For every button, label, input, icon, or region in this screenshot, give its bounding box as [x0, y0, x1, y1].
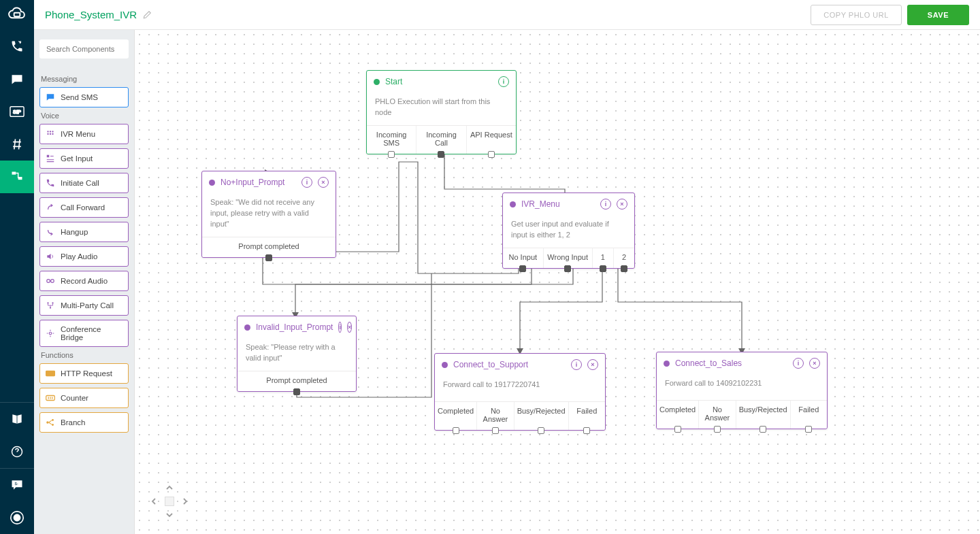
status-dot	[374, 79, 380, 85]
node-start[interactable]: Start i PHLO Execution will start from t…	[366, 70, 517, 154]
close-icon[interactable]: ×	[587, 359, 598, 370]
component-http-request[interactable]: HTTP Request	[39, 363, 129, 384]
svg-text:SIP: SIP	[13, 109, 21, 115]
svg-rect-22	[46, 371, 55, 376]
component-ivr-menu[interactable]: IVR Menu	[39, 124, 129, 144]
search-input[interactable]	[39, 39, 129, 59]
component-branch[interactable]: Branch	[39, 412, 129, 433]
pan-left-icon[interactable]	[147, 495, 161, 508]
component-multi-party[interactable]: Multi-Party Call	[39, 295, 129, 316]
output-no-answer[interactable]: No Answer	[699, 401, 736, 429]
info-icon[interactable]: i	[600, 199, 611, 210]
output-1[interactable]: 1	[593, 248, 614, 268]
svg-point-25	[52, 419, 54, 421]
section-messaging-label: Messaging	[41, 75, 129, 83]
node-ivr-menu[interactable]: IVR_Menu i × Get user input and evaluate…	[502, 193, 635, 269]
multi-party-icon	[46, 301, 55, 310]
output-no-input[interactable]: No Input	[503, 248, 544, 268]
info-icon[interactable]: i	[498, 76, 509, 87]
nav-flow-builder[interactable]	[0, 161, 34, 193]
status-dot	[664, 361, 670, 367]
volume-icon	[46, 252, 55, 261]
svg-point-17	[51, 280, 54, 283]
nav-sip[interactable]: SIP	[0, 95, 34, 128]
info-icon[interactable]: i	[301, 177, 312, 188]
svg-point-14	[52, 133, 53, 135]
output-completed[interactable]: Completed	[435, 402, 477, 430]
canvas[interactable]: Start i PHLO Execution will start from t…	[135, 30, 980, 534]
output-wrong-input[interactable]: Wrong Input	[544, 248, 593, 268]
node-no-input-prompt[interactable]: No+Input_Prompt i × Speak: "We did not r…	[201, 171, 336, 258]
canvas-nav	[147, 481, 192, 522]
info-icon[interactable]: i	[793, 358, 804, 369]
section-voice-label: Voice	[41, 112, 129, 120]
output-incoming-call[interactable]: Incoming Call	[416, 126, 466, 154]
svg-rect-3	[12, 172, 16, 175]
status-dot	[510, 201, 516, 207]
component-label: Call Forward	[61, 203, 105, 212]
component-label: Record Audio	[61, 277, 108, 285]
dialpad-icon	[46, 129, 55, 139]
component-get-input[interactable]: Get Input	[39, 148, 129, 169]
component-initiate-call[interactable]: Initiate Call	[39, 173, 129, 193]
nav-calls[interactable]	[0, 30, 34, 63]
status-dot	[209, 180, 215, 186]
pan-down-icon[interactable]	[163, 508, 176, 522]
info-icon[interactable]: i	[571, 359, 582, 370]
pan-center[interactable]	[165, 497, 174, 506]
component-call-forward[interactable]: Call Forward	[39, 197, 129, 218]
component-label: HTTP Request	[61, 369, 112, 378]
save-button[interactable]: SAVE	[907, 5, 969, 25]
output-busy-rejected[interactable]: Busy/Rejected	[736, 401, 791, 429]
node-connect-to-sales[interactable]: Connect_to_Sales i × Forward call to 140…	[656, 352, 828, 429]
nav-numbers[interactable]	[0, 128, 34, 161]
node-description: Speak: "Please retry with a valid input"	[238, 337, 356, 371]
nav-rail: SIP $-	[0, 0, 34, 534]
output-completed[interactable]: Completed	[657, 401, 699, 429]
nav-messages[interactable]	[0, 63, 34, 95]
phone-icon	[46, 178, 55, 188]
pan-right-icon[interactable]	[178, 495, 192, 508]
output-prompt-completed[interactable]: Prompt completed	[202, 237, 336, 257]
node-connect-to-support[interactable]: Connect_to_Support i × Forward call to 1…	[434, 353, 606, 431]
svg-point-24	[46, 421, 49, 424]
svg-rect-0	[14, 13, 20, 16]
node-description: Forward call to 14092102231	[657, 373, 827, 400]
node-title: Invalid_Input_Prompt	[256, 322, 333, 332]
output-prompt-completed[interactable]: Prompt completed	[238, 371, 356, 391]
nav-docs[interactable]	[0, 403, 34, 435]
sms-icon	[46, 93, 55, 102]
close-icon[interactable]: ×	[318, 177, 329, 188]
close-icon[interactable]: ×	[809, 358, 820, 369]
close-icon[interactable]: ×	[347, 322, 352, 333]
output-incoming-sms[interactable]: Incoming SMS	[367, 126, 416, 154]
info-icon[interactable]: i	[338, 322, 342, 333]
http-icon	[46, 369, 55, 378]
output-2[interactable]: 2	[614, 248, 634, 268]
component-record-audio[interactable]: Record Audio	[39, 271, 129, 291]
node-title: Connect_to_Support	[453, 360, 566, 369]
nav-account[interactable]	[0, 501, 34, 534]
component-hangup[interactable]: Hangup	[39, 222, 129, 242]
output-no-answer[interactable]: No Answer	[477, 402, 514, 430]
output-failed[interactable]: Failed	[791, 401, 827, 429]
header: Phone_System_IVR COPY PHLO URL SAVE	[34, 0, 980, 30]
component-counter[interactable]: Counter	[39, 388, 129, 408]
component-play-audio[interactable]: Play Audio	[39, 246, 129, 267]
output-failed[interactable]: Failed	[569, 402, 605, 430]
output-busy-rejected[interactable]: Busy/Rejected	[514, 402, 569, 430]
pan-up-icon[interactable]	[163, 481, 176, 495]
nav-feedback[interactable]: $-	[0, 469, 34, 501]
edit-icon[interactable]	[142, 10, 152, 20]
component-send-sms[interactable]: Send SMS	[39, 87, 129, 107]
node-invalid-input-prompt[interactable]: Invalid_Input_Prompt i × Speak: "Please …	[237, 316, 357, 392]
close-icon[interactable]: ×	[617, 199, 627, 210]
output-api-request[interactable]: API Request	[467, 126, 516, 154]
nav-help[interactable]	[0, 435, 34, 468]
copy-url-button[interactable]: COPY PHLO URL	[811, 5, 902, 25]
svg-text:$-: $-	[15, 482, 18, 486]
svg-point-20	[50, 307, 51, 308]
svg-point-13	[50, 133, 51, 135]
component-conference[interactable]: Conference Bridge	[39, 320, 129, 347]
input-icon	[46, 154, 55, 163]
